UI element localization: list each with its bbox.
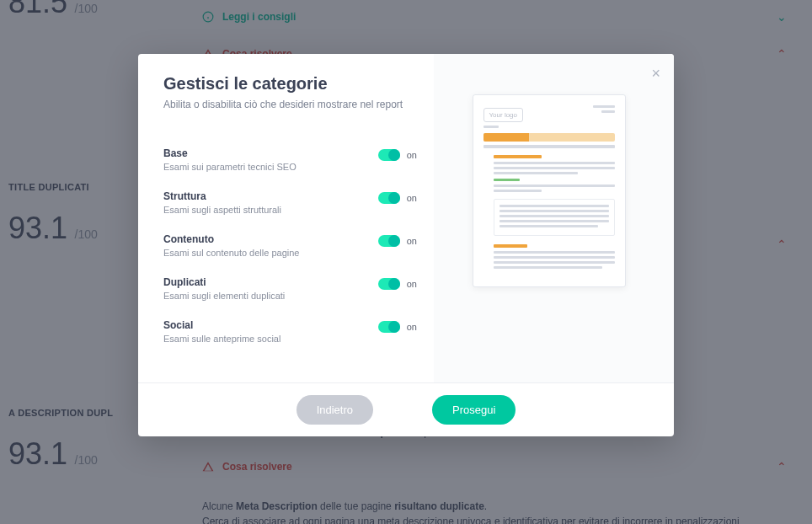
modal-preview-panel: Your logo bbox=[434, 54, 674, 382]
toggle-struttura[interactable] bbox=[378, 192, 400, 204]
close-button[interactable]: × bbox=[651, 66, 660, 81]
category-name: Contenuto bbox=[163, 233, 378, 245]
category-name: Base bbox=[163, 147, 378, 159]
category-row-duplicati: Duplicati Esami sugli elementi duplicati… bbox=[163, 276, 434, 301]
category-name: Struttura bbox=[163, 190, 378, 202]
toggle-contenuto[interactable] bbox=[378, 235, 400, 247]
category-desc: Esami sul contenuto delle pagine bbox=[163, 248, 378, 258]
toggle-label: on bbox=[407, 150, 417, 160]
category-desc: Esami sulle anteprime social bbox=[163, 334, 378, 344]
toggle-label: on bbox=[407, 236, 417, 246]
category-row-struttura: Struttura Esami sugli aspetti struttural… bbox=[163, 190, 434, 215]
category-row-base: Base Esami sui parametri tecnici SEO on bbox=[163, 147, 434, 172]
category-row-contenuto: Contenuto Esami sul contenuto delle pagi… bbox=[163, 233, 434, 258]
category-desc: Esami sugli aspetti strutturali bbox=[163, 205, 378, 215]
preview-logo-placeholder: Your logo bbox=[483, 108, 524, 122]
toggle-duplicati[interactable] bbox=[378, 278, 400, 290]
category-desc: Esami sui parametri tecnici SEO bbox=[163, 162, 378, 172]
modal-subtitle: Abilita o disabilita ciò che desideri mo… bbox=[163, 99, 434, 110]
toggle-label: on bbox=[407, 322, 417, 332]
manage-categories-modal: × Gestisci le categorie Abilita o disabi… bbox=[138, 54, 674, 436]
toggle-base[interactable] bbox=[378, 149, 400, 161]
modal-left-panel: Gestisci le categorie Abilita o disabili… bbox=[138, 54, 434, 382]
modal-title: Gestisci le categorie bbox=[163, 74, 434, 94]
category-row-social: Social Esami sulle anteprime social on bbox=[163, 319, 434, 344]
modal-footer: Indietro Prosegui bbox=[138, 382, 674, 436]
modal-overlay: × Gestisci le categorie Abilita o disabi… bbox=[0, 0, 812, 524]
category-name: Social bbox=[163, 319, 378, 331]
next-button[interactable]: Prosegui bbox=[432, 395, 516, 425]
toggle-label: on bbox=[407, 193, 417, 203]
report-preview: Your logo bbox=[473, 94, 626, 287]
toggle-label: on bbox=[407, 279, 417, 289]
back-button[interactable]: Indietro bbox=[296, 395, 373, 425]
close-icon: × bbox=[651, 65, 660, 82]
category-desc: Esami sugli elementi duplicati bbox=[163, 291, 378, 301]
category-name: Duplicati bbox=[163, 276, 378, 288]
toggle-social[interactable] bbox=[378, 321, 400, 333]
